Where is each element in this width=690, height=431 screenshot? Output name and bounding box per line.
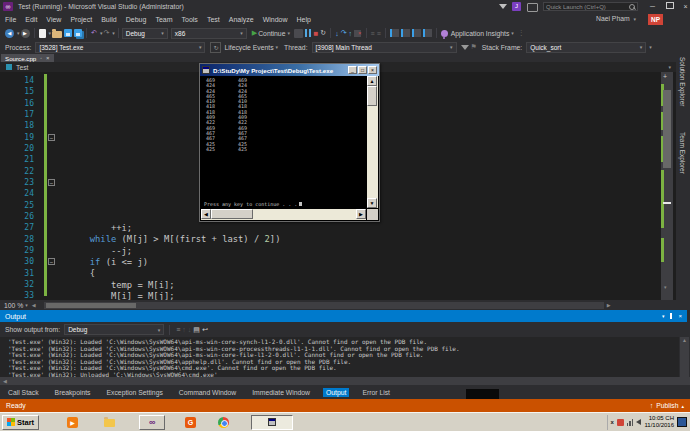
editor-line-33[interactable]: 33 M[i] = M[j];: [0, 290, 676, 300]
open-folder-icon[interactable]: [52, 29, 62, 38]
tray-alert-icon[interactable]: [617, 419, 624, 426]
menu-item-build[interactable]: Build: [101, 16, 117, 23]
menu-item-debug[interactable]: Debug: [126, 16, 147, 23]
bottom-tab-error-list[interactable]: Error List: [359, 388, 393, 397]
zoom-level-dropdown[interactable]: 100 %: [4, 302, 23, 309]
hscroll-left-icon[interactable]: ◀: [32, 302, 36, 308]
output-source-dropdown[interactable]: Debug▾: [64, 324, 164, 335]
step-over-icon[interactable]: ↷: [341, 29, 347, 37]
menu-item-help[interactable]: Help: [297, 16, 311, 23]
editor-line-30[interactable]: 30 if (i <= j): [0, 256, 676, 267]
scrollbar-thumb[interactable]: [663, 90, 671, 168]
restart-icon[interactable]: ↻: [320, 29, 326, 37]
console-horizontal-scrollbar[interactable]: ◀ ▶: [201, 209, 366, 220]
scrollbar-down-icon[interactable]: ▾: [664, 284, 667, 290]
tray-close-icon[interactable]: x: [611, 419, 614, 425]
editor-line-31[interactable]: 31 {: [0, 268, 676, 279]
output-title-bar[interactable]: Output ▾ ×: [0, 310, 687, 322]
editor-line-27[interactable]: 27 ++i;: [0, 222, 676, 233]
chrome-icon[interactable]: [218, 417, 229, 428]
toolbar-overflow-icon[interactable]: ⋮: [518, 29, 525, 37]
quick-launch-search[interactable]: Quick Launch (Ctrl+Q): [543, 2, 638, 11]
menu-item-window[interactable]: Window: [263, 16, 288, 23]
console-scroll-up-icon[interactable]: ▲: [367, 76, 377, 86]
console-vertical-scrollbar[interactable]: ▲ ▼: [367, 76, 378, 208]
continue-play-icon[interactable]: ▶: [252, 29, 257, 37]
clear-all-icon[interactable]: ▤: [193, 326, 200, 334]
filter-icon[interactable]: [499, 4, 507, 9]
menu-item-edit[interactable]: Edit: [25, 16, 37, 23]
pin-icon[interactable]: [670, 313, 672, 319]
fold-collapse-box-line-30[interactable]: −: [48, 258, 55, 265]
bottom-tab-command-window[interactable]: Command Window: [176, 388, 239, 397]
continue-dropdown[interactable]: ▾: [287, 30, 290, 36]
media-player-icon[interactable]: ▶: [67, 417, 78, 428]
new-project-icon[interactable]: [39, 29, 46, 38]
publish-caret-icon[interactable]: ▴: [681, 403, 684, 409]
debug-location-overflow[interactable]: ▾: [649, 44, 652, 50]
tab-close-icon[interactable]: ×: [46, 55, 50, 61]
console-window[interactable]: D:\StuDy\My Project\Test\Debug\Test.exe …: [199, 63, 380, 222]
redo-icon[interactable]: ↷: [103, 29, 109, 37]
menu-item-team[interactable]: Team: [155, 16, 172, 23]
taskbar-clock[interactable]: 10:05 CH 11/10/2016: [644, 415, 674, 429]
console-close-icon[interactable]: ×: [368, 66, 377, 74]
send-feedback-icon[interactable]: [527, 3, 538, 12]
save-all-icon[interactable]: [74, 29, 82, 37]
console-task-button[interactable]: [251, 415, 293, 430]
editor-scrollbar[interactable]: + ▾: [661, 72, 673, 300]
menu-item-tools[interactable]: Tools: [182, 16, 198, 23]
word-wrap-icon[interactable]: ↩: [202, 326, 208, 334]
next-bookmark-icon[interactable]: [412, 29, 421, 37]
editor-horizontal-scrollbar[interactable]: [44, 302, 604, 309]
step-out-icon[interactable]: ↑: [349, 30, 353, 37]
tab-solution-explorer[interactable]: Solution Explorer: [679, 57, 686, 107]
output-horizontal-scrollbar[interactable]: ◀: [0, 377, 690, 385]
app-insights-dropdown[interactable]: ▾: [511, 30, 514, 36]
menu-item-project[interactable]: Project: [70, 16, 92, 23]
navigate-forward-icon[interactable]: ▶: [21, 29, 30, 38]
breakpoint-window-icon[interactable]: ≡: [371, 30, 375, 37]
toggle-bookmark-icon[interactable]: [390, 29, 399, 37]
bottom-tab-call-stack[interactable]: Call Stack: [5, 388, 42, 397]
output-log[interactable]: 'Test.exe' (Win32): Loaded 'C:\Windows\S…: [0, 337, 679, 377]
save-icon[interactable]: [64, 29, 72, 37]
redo-dropdown[interactable]: ▾: [112, 30, 115, 36]
show-threads-icon[interactable]: ×: [354, 30, 362, 37]
app-insights-button[interactable]: Application Insights: [451, 30, 510, 37]
bottom-tab-output[interactable]: Output: [323, 388, 349, 397]
navigate-back-dropdown[interactable]: ▾: [17, 30, 20, 36]
pin-icon[interactable]: ◦: [40, 55, 42, 61]
project-dropdown[interactable]: Test: [16, 64, 28, 71]
pause-icon[interactable]: [305, 29, 312, 37]
editor-line-29[interactable]: 29 --j;: [0, 245, 676, 256]
output-close-icon[interactable]: ×: [678, 313, 682, 319]
fold-collapse-box-line-23[interactable]: −: [48, 179, 55, 186]
undo-icon[interactable]: ↶: [91, 29, 97, 37]
solution-config-dropdown[interactable]: Debug▾: [122, 28, 168, 39]
speaker-icon[interactable]: [636, 419, 641, 425]
scrollbar-plus-icon[interactable]: +: [663, 73, 667, 80]
file-explorer-icon[interactable]: [104, 417, 115, 428]
window-position-icon[interactable]: ▾: [662, 313, 665, 319]
editor-line-32[interactable]: 32 temp = M[i];: [0, 279, 676, 290]
thread-dropdown[interactable]: [3908] Main Thread▾: [312, 42, 457, 53]
console-scroll-thumb[interactable]: [367, 86, 377, 106]
bottom-tab-immediate-window[interactable]: Immediate Window: [249, 388, 313, 397]
prev-message-icon[interactable]: ↑: [182, 326, 186, 333]
console-scroll-right-icon[interactable]: ▶: [356, 209, 366, 219]
close-button[interactable]: ×: [679, 2, 690, 11]
new-project-dropdown[interactable]: ▾: [49, 30, 52, 36]
console-title-bar[interactable]: D:\StuDy\My Project\Test\Debug\Test.exe …: [200, 64, 379, 76]
next-message-icon[interactable]: ↓: [188, 326, 192, 333]
prev-bookmark-icon[interactable]: [401, 29, 410, 37]
diagnostics-icon[interactable]: [294, 29, 303, 38]
feedback-badge[interactable]: J: [512, 2, 521, 11]
flag-threads-icon[interactable]: ⚑: [471, 43, 477, 51]
console-maximize-icon[interactable]: □: [358, 66, 367, 74]
clear-bookmarks-icon[interactable]: [423, 29, 432, 37]
visual-studio-task-button[interactable]: ∞: [139, 415, 165, 430]
stack-frame-dropdown[interactable]: Quick_sort▾: [526, 42, 646, 53]
minimize-button[interactable]: ─: [646, 2, 659, 11]
memory-window-icon[interactable]: ≡: [377, 30, 381, 37]
